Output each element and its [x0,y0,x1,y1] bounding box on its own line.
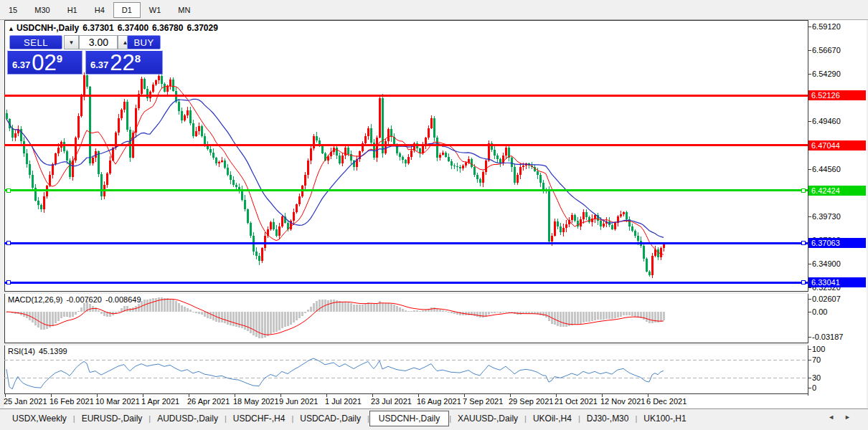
buy-price-prefix: 6.37 [90,59,108,70]
date-tick: 29 Sep 2021 [509,397,553,406]
sell-price-display[interactable]: 6.37 02 9 [7,50,82,75]
buy-price-display[interactable]: 6.37 22 8 [85,50,163,75]
timeframe-toolbar: 15M30H1H4D1W1MN [0,0,868,20]
price-badge-6.42424: 6.42424 [808,186,866,196]
level-line-6.33041[interactable] [4,281,808,285]
rsi-value: 45.1399 [39,347,67,355]
date-tick: 16 Feb 2021 [49,397,94,406]
price-tick: 6.49460 [812,117,841,126]
tab-eurusd-daily[interactable]: EURUSD-,Daily [75,411,149,426]
sell-price-big: 02 [32,52,56,73]
rsi-line [6,358,664,389]
chart-symbol-period: USDCNH-,Daily [16,23,79,33]
sell-price-prefix: 6.37 [12,59,30,70]
price-tick: 6.39730 [812,212,841,221]
tabbar-scroll-left-icon[interactable]: ◄ [828,414,844,421]
level-line-handle[interactable] [801,242,805,245]
level-line-handle[interactable] [6,281,10,285]
chart-tabbar: USDX,Weekly|EURUSD-,Daily|AUDUSD-,Daily|… [0,409,868,428]
timeframe-button-15[interactable]: 15 [0,2,26,18]
macd-value: -0.007620 [66,295,102,304]
date-tick: 26 Apr 2021 [187,397,230,406]
price-badge-6.52126: 6.52126 [808,90,866,100]
macd-signal-value: -0.008649 [105,295,141,304]
level-line-handle[interactable] [6,188,10,192]
pane-separator-rsi[interactable] [4,343,808,345]
timeframe-button-MN[interactable]: MN [169,2,199,18]
tab-audusd-daily[interactable]: AUDUSD-,Daily [151,411,225,426]
date-tick: 25 Jan 2021 [4,397,47,406]
level-line-handle[interactable] [6,242,10,245]
left-window-margin [0,20,4,408]
rsi-tick: 100 [812,345,825,354]
tab-uk100-h1[interactable]: UK100-,H1 [637,411,692,426]
rsi-name: RSI(14) [8,347,35,355]
date-tick: 23 Jul 2021 [371,397,412,406]
tabbar-scroll-arrows[interactable]: ◄► [828,414,861,421]
date-tick: 16 Aug 2021 [417,397,461,406]
macd-name: MACD(12,26,9) [8,295,62,304]
pane-separator-macd[interactable] [4,292,808,294]
tab-ukoil-h4[interactable]: UKOil-,H4 [527,411,578,426]
price-tick: 6.44560 [812,165,841,174]
price-badge-6.33041: 6.33041 [808,277,866,287]
timeframe-button-H4[interactable]: H4 [86,2,113,18]
timeframe-button-M30[interactable]: M30 [26,2,58,18]
chart-title: ▲USDCNH-,Daily6.373016.374006.367806.370… [8,23,222,33]
rsi-tick: 30 [812,373,821,383]
macd-tick: 0.02607 [812,295,841,304]
level-line-6.42424[interactable] [4,188,808,192]
date-tick: 10 Mar 2021 [95,397,140,406]
tab-dj30-m30[interactable]: DJ30-,M30 [580,411,636,426]
price-tick: 6.56670 [812,46,841,55]
ohlc-low: 6.36780 [152,23,183,33]
buy-price-sup: 8 [135,52,141,64]
level-line-handle[interactable] [801,188,805,192]
rsi-tick: 0 [812,383,816,393]
price-tick: 6.59120 [812,22,841,32]
tab-xauusd-daily[interactable]: XAUUSD-,Daily [451,411,524,426]
candlestick-series [6,72,665,278]
price-tick: 6.34900 [812,259,841,269]
date-tick: 1 Jul 2021 [325,397,362,406]
volume-input[interactable]: 3.00 [79,35,118,49]
date-tick: 6 Dec 2021 [646,397,687,406]
ma-fast-line [6,86,664,254]
buy-button[interactable]: BUY [127,35,161,49]
tab-usdchf-h4[interactable]: USDCHF-,H4 [227,411,292,426]
date-tick: 7 Sep 2021 [463,397,503,406]
tabbar-scroll-right-icon[interactable]: ► [844,414,861,421]
sell-button[interactable]: SELL [9,35,62,49]
ohlc-open: 6.37301 [82,23,113,33]
tab-usdcnh-daily[interactable]: USDCNH-,Daily [369,411,449,426]
ohlc-close: 6.37029 [187,23,217,33]
date-tick: 12 Nov 2021 [600,397,645,406]
macd-tick: -0.03187 [812,333,843,342]
date-tick: 1 Apr 2021 [141,397,179,406]
date-tick: 21 Oct 2021 [555,397,598,406]
ohlc-high: 6.37400 [118,23,148,33]
timeframe-button-D1[interactable]: D1 [113,2,141,18]
rsi-tick: 70 [812,355,821,365]
price-tick: 6.54290 [812,70,841,79]
tab-usdx-weekly[interactable]: USDX,Weekly [6,411,73,426]
rsi-label: RSI(14)45.1399 [8,347,71,355]
buy-price-big: 22 [110,52,134,73]
volume-decrease-button[interactable]: ▼ [64,35,79,49]
price-badge-6.37063: 6.37063 [808,238,866,248]
sell-price-sup: 9 [57,52,62,64]
ma-slow-line [6,99,664,237]
collapse-panel-icon[interactable]: ▲ [8,25,14,32]
macd-label: MACD(12,26,9)-0.007620-0.008649 [8,295,145,304]
one-click-trading-panel: SELL ▼ 3.00 ▲ BUY 6.37 02 9 6.37 22 8 [6,34,164,75]
macd-tick: 0.00 [812,307,827,317]
level-line-handle[interactable] [801,281,805,285]
price-badge-6.47044: 6.47044 [808,140,866,150]
timeframe-button-W1[interactable]: W1 [141,2,170,18]
level-line-6.37063[interactable] [4,242,808,245]
date-tick: 9 Jun 2021 [279,397,318,406]
timeframe-button-H1[interactable]: H1 [59,2,86,18]
tab-usdcad-daily[interactable]: USDCAD-,Daily [293,411,367,426]
date-tick: 18 May 2021 [233,397,279,406]
